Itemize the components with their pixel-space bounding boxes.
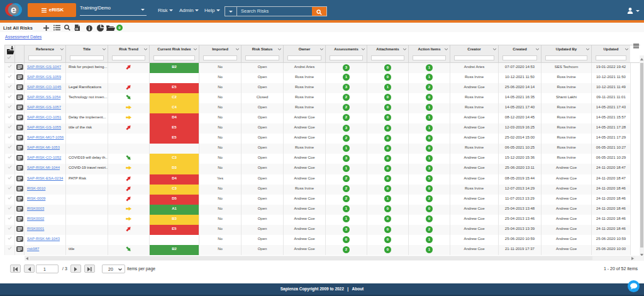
svg-text:e: e <box>11 4 16 15</box>
